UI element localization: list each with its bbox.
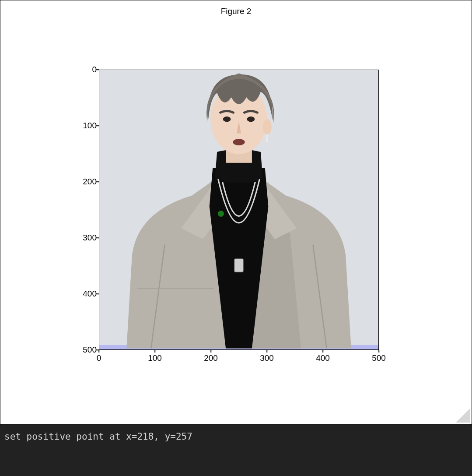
svg-point-4: [223, 116, 231, 122]
y-tick-label: 500: [83, 345, 97, 355]
positive-point-marker: [218, 211, 224, 217]
svg-point-7: [263, 119, 272, 134]
y-tick-label: 0: [92, 65, 97, 74]
y-tick-label: 100: [83, 121, 97, 130]
svg-rect-9: [234, 259, 243, 272]
axes-image[interactable]: [99, 70, 379, 350]
x-tick-label: 500: [372, 353, 386, 363]
svg-rect-8: [266, 134, 268, 142]
x-tick-label: 400: [316, 353, 330, 363]
x-tick-mark: [154, 350, 155, 353]
matplotlib-figure-window: Figure 2: [0, 0, 472, 425]
svg-point-6: [233, 139, 245, 145]
svg-point-5: [247, 116, 255, 122]
x-tick-label: 100: [148, 353, 162, 363]
x-tick-mark: [378, 350, 379, 353]
x-tick-label: 0: [97, 353, 101, 363]
x-tick-mark: [210, 350, 211, 353]
x-tick-mark: [322, 350, 323, 353]
console-output: set positive point at x=218, y=257: [0, 425, 472, 476]
y-tick-label: 200: [83, 177, 97, 187]
x-tick-mark: [98, 350, 99, 353]
x-tick-mark: [266, 350, 267, 353]
displayed-image[interactable]: [99, 70, 378, 349]
y-tick-label: 300: [83, 233, 97, 243]
console-line: set positive point at x=218, y=257: [4, 431, 468, 442]
x-tick-label: 300: [260, 353, 274, 363]
y-tick-label: 400: [83, 289, 97, 299]
resize-grip-icon[interactable]: [456, 409, 470, 423]
figure-title: Figure 2: [0, 7, 472, 16]
plot-area[interactable]: 0 100 200 300 400 500 0 100 200 300 400 …: [99, 70, 379, 350]
x-tick-label: 200: [204, 353, 218, 363]
